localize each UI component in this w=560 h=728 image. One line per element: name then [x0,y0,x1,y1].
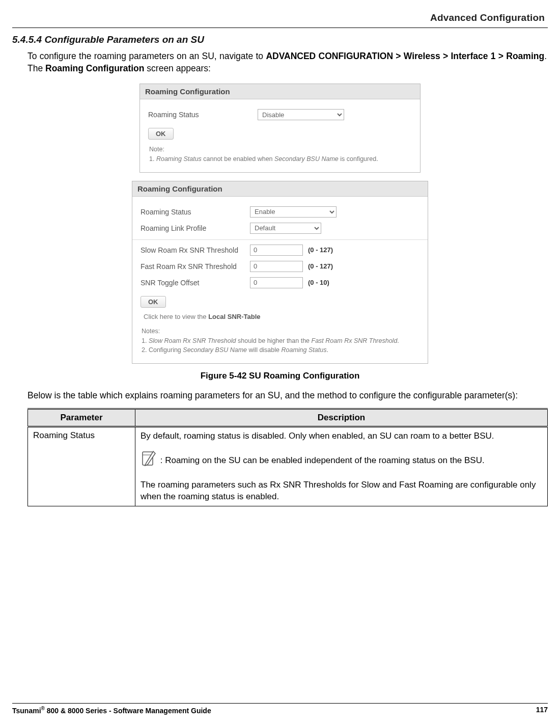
table-row: Roaming Status By default, roaming statu… [28,427,548,506]
section-title: 5.4.5.4 Configurable Parameters on an SU [12,34,548,45]
desc-p2: : Roaming on the SU can be enabled indep… [141,450,542,471]
footer-reg-mark: ® [41,706,45,711]
table-intro-text: Below is the table which explains roamin… [12,390,548,401]
note1-em1: Roaming Status [156,155,202,163]
slow-roam-hint: (0 - 127) [303,246,333,254]
page-number: 117 [536,706,548,715]
desc-p3: The roaming parameters such as Rx SNR Th… [141,479,542,503]
n2-post: . [326,346,328,354]
roaming-config-panel-disabled: Roaming Configuration Roaming Status Dis… [139,84,421,173]
section-number: 5.4.5.4 [12,34,42,45]
snr-toggle-input[interactable] [250,277,303,288]
slow-roam-input[interactable] [250,245,303,256]
header-rule [12,28,548,28]
panel1-note: Note: 1. Roaming Status cannot be enable… [148,140,412,167]
parameter-table: Parameter Description Roaming Status By … [27,408,548,506]
intro-nav-path: ADVANCED CONFIGURATION > Wireless > Inte… [266,51,544,61]
panel2-profile-label: Roaming Link Profile [141,224,250,232]
snr-toggle-label: SNR Toggle Offset [141,279,250,287]
panel1-title: Roaming Configuration [140,84,420,99]
intro-pre: To configure the roaming parameters on a… [27,51,266,61]
n1-mid: should be higher than the [236,337,312,344]
section-title-text: Configurable Parameters on an SU [44,34,204,45]
note1-mid: cannot be enabled when [202,155,274,163]
footer-brand: Tsunami [12,707,41,715]
fast-roam-hint: (0 - 127) [303,262,333,270]
panel2-notes: Notes: 1. Slow Roam Rx SNR Threshold sho… [141,321,419,358]
note-label: Note: [149,146,164,153]
th-description: Description [135,409,548,427]
n1-num: 1. [142,337,149,344]
chapter-header: Advanced Configuration [12,12,548,23]
cell-param-name: Roaming Status [28,427,135,506]
figure-caption: Figure 5-42 SU Roaming Configuration [12,371,548,381]
panel1-status-label: Roaming Status [148,111,258,119]
n2-em1: Secondary BSU Name [183,346,247,354]
n1-em2: Fast Roam Rx SNR Threshold [312,337,398,344]
note1-post: is configured. [339,155,378,163]
snr-table-link-row: Click here to view the Local SNR-Table [141,308,419,321]
intro-paragraph: To configure the roaming parameters on a… [12,50,548,74]
footer-rule [12,703,548,704]
n2-pre: 2. Configuring [142,346,183,354]
divider [132,239,428,240]
snr-link-pre: Click here to view the [144,313,208,320]
panel2-status-label: Roaming Status [141,208,250,216]
ok-button[interactable]: OK [148,128,174,140]
note1-num: 1. [149,155,156,163]
desc-p2-text: : Roaming on the SU can be enabled indep… [160,455,485,465]
page-footer: Tsunami® 800 & 8000 Series - Software Ma… [12,703,548,715]
snr-toggle-hint: (0 - 10) [303,279,329,286]
n2-mid: will disable [247,346,281,354]
ok-button-2[interactable]: OK [141,296,166,308]
footer-guide-title: 800 & 8000 Series - Software Management … [45,707,211,715]
th-parameter: Parameter [28,409,135,427]
roaming-status-select-enabled[interactable]: Enable [250,206,337,218]
intro-post2: screen appears: [144,63,210,73]
notes-label: Notes: [142,328,160,335]
panel2-title: Roaming Configuration [132,181,428,197]
n2-em2: Roaming Status [281,346,326,354]
cell-description: By default, roaming status is disabled. … [135,427,548,506]
fast-roam-input[interactable] [250,261,303,272]
snr-table-link[interactable]: Local SNR-Table [208,313,260,320]
slow-roam-label: Slow Roam Rx SNR Threshold [141,246,250,254]
intro-screen-name: Roaming Configuration [45,63,144,73]
footer-left: Tsunami® 800 & 8000 Series - Software Ma… [12,706,211,715]
fast-roam-label: Fast Roam Rx SNR Threshold [141,262,250,271]
roaming-status-select-disabled[interactable]: Disable [258,109,344,120]
desc-p1: By default, roaming status is disabled. … [141,430,542,442]
roaming-config-panel-enabled: Roaming Configuration Roaming Status Ena… [132,181,428,364]
n1-post: . [397,337,399,344]
note-icon [141,450,158,471]
note1-em2: Secondary BSU Name [274,155,339,163]
roaming-link-profile-select[interactable]: Default [250,223,321,234]
n1-em1: Slow Roam Rx SNR Threshold [149,337,236,344]
